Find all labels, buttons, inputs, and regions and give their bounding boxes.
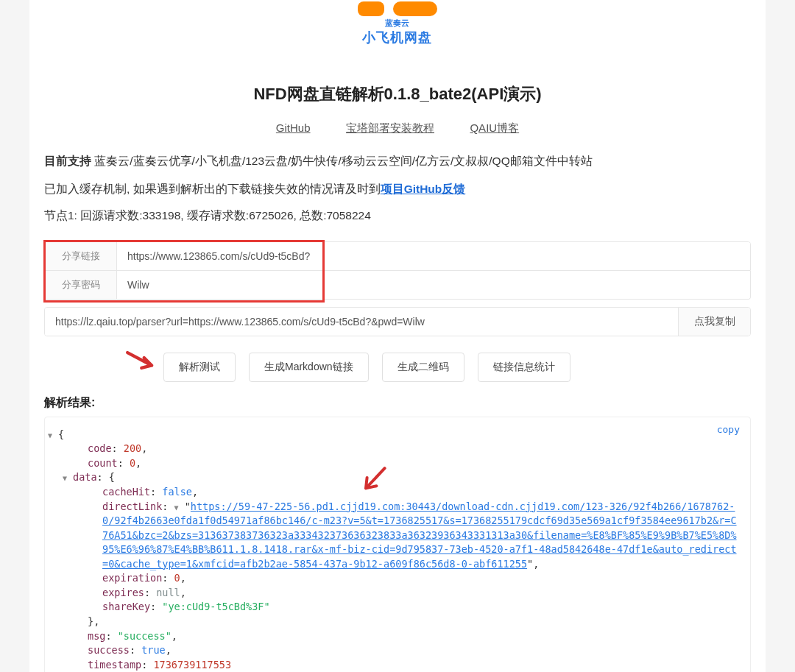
qaiu-blog-link[interactable]: QAIU博客 bbox=[470, 121, 519, 134]
copy-button[interactable]: 点我复制 bbox=[678, 308, 750, 336]
gen-qr-button[interactable]: 生成二维码 bbox=[382, 353, 464, 382]
support-label: 目前支持 bbox=[44, 155, 91, 167]
tree-toggle-icon[interactable]: ▼ bbox=[174, 503, 179, 514]
cache-note: 已加入缓存机制, 如果遇到解析出的下载链接失效的情况请及时到项目GitHub反馈 bbox=[44, 180, 751, 199]
gen-markdown-button[interactable]: 生成Markdown链接 bbox=[249, 353, 369, 382]
link-stats-button[interactable]: 链接信息统计 bbox=[478, 353, 570, 382]
action-buttons: 解析测试 生成Markdown链接 生成二维码 链接信息统计 bbox=[44, 353, 751, 382]
json-copy-link[interactable]: copy bbox=[717, 423, 740, 437]
page-title: NFD网盘直链解析0.1.8_bate2(API演示) bbox=[44, 83, 751, 105]
node-stats: 节点1: 回源请求数:333198, 缓存请求数:6725026, 总数:705… bbox=[44, 208, 751, 224]
cache-note-text: 已加入缓存机制, 如果遇到解析出的下载链接失效的情况请及时到 bbox=[44, 183, 381, 195]
arrow-annotation-2 bbox=[353, 466, 391, 495]
json-expiration: 0 bbox=[174, 572, 180, 584]
json-expires: null bbox=[156, 587, 180, 598]
json-msg: "success" bbox=[118, 630, 172, 642]
app-logo-area: 蓝奏云 小飞机网盘 bbox=[44, 0, 751, 46]
json-cachehit: false bbox=[162, 486, 192, 498]
tree-toggle-icon[interactable]: ▼ bbox=[48, 431, 58, 442]
arrow-annotation-1 bbox=[124, 348, 162, 378]
nav-links: GitHub 宝塔部署安装教程 QAIU博客 bbox=[44, 121, 751, 135]
bt-tutorial-link[interactable]: 宝塔部署安装教程 bbox=[346, 121, 434, 134]
json-timestamp: 1736739117553 bbox=[153, 659, 231, 671]
github-feedback-link[interactable]: 项目GitHub反馈 bbox=[381, 183, 466, 195]
parsed-url-input[interactable] bbox=[45, 308, 678, 336]
tree-toggle-icon[interactable]: ▼ bbox=[63, 473, 73, 484]
json-directlink[interactable]: https://59-47-225-56.pd1.cjjd19.com:3044… bbox=[102, 501, 737, 570]
github-link[interactable]: GitHub bbox=[276, 121, 311, 134]
json-result-box: copy ▼{ code: 200, count: 0, ▼data: { ca… bbox=[44, 417, 751, 672]
json-count: 0 bbox=[130, 457, 135, 469]
logo-bubble-1 bbox=[358, 1, 384, 16]
logo-bubble-2 bbox=[393, 1, 437, 16]
share-link-label: 分享链接 bbox=[45, 242, 117, 270]
json-sharekey: "ye:cUd9-t5cBd%3F" bbox=[162, 601, 269, 612]
share-pwd-label: 分享密码 bbox=[45, 271, 117, 299]
input-form: 分享链接 分享密码 点我复制 bbox=[44, 241, 751, 336]
share-link-input[interactable] bbox=[117, 242, 750, 270]
result-heading: 解析结果: bbox=[44, 395, 751, 411]
share-pwd-input[interactable] bbox=[117, 271, 750, 299]
json-success: true bbox=[141, 644, 166, 656]
logo-small-text: 蓝奏云 bbox=[358, 18, 437, 29]
support-list: 蓝奏云/蓝奏云优享/小飞机盘/123云盘/奶牛快传/移动云云空间/亿方云/文叔叔… bbox=[94, 155, 592, 167]
logo-main-text: 小飞机网盘 bbox=[358, 29, 437, 46]
support-line: 目前支持 蓝奏云/蓝奏云优享/小飞机盘/123云盘/奶牛快传/移动云云空间/亿方… bbox=[44, 152, 751, 171]
parse-test-button[interactable]: 解析测试 bbox=[163, 353, 236, 382]
json-code: 200 bbox=[124, 442, 141, 454]
